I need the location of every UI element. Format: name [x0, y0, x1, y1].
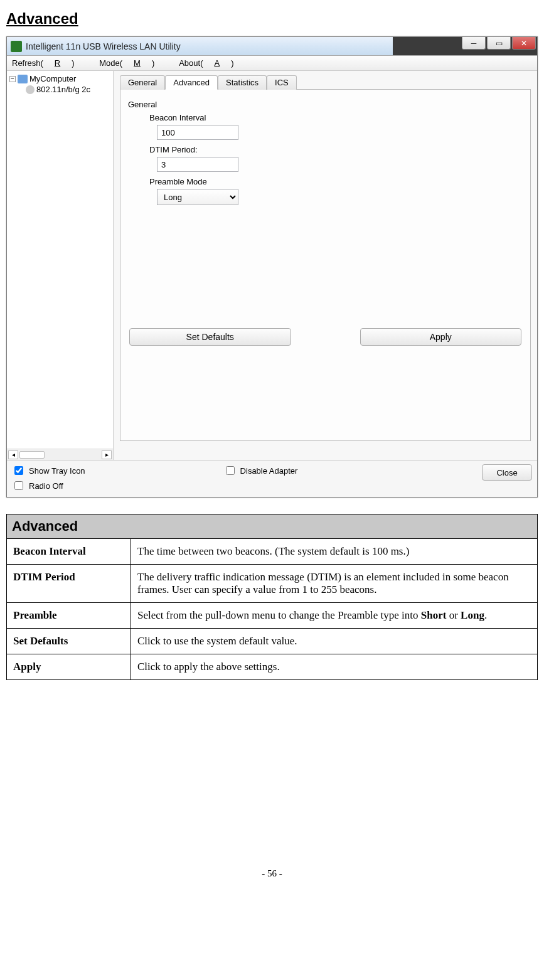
app-window: Intelligent 11n USB Wireless LAN Utility…: [6, 36, 538, 498]
menu-about-suffix: ): [231, 58, 233, 68]
table-row: Set DefaultsClick to use the system defa…: [7, 629, 538, 654]
table-value: Click to apply the above settings.: [131, 654, 538, 680]
menu-refresh-key: R: [55, 58, 60, 68]
table-value: The delivery traffic indication message …: [131, 565, 538, 603]
table-key: Set Defaults: [7, 629, 131, 654]
beacon-input[interactable]: [157, 125, 238, 140]
table-value: The time between two beacons. (The syste…: [131, 539, 538, 565]
page-number: - 56 -: [6, 868, 538, 879]
table-title: Advanced: [7, 514, 538, 539]
radio-off-label: Radio Off: [29, 481, 63, 491]
scroll-right-icon[interactable]: ▸: [102, 450, 112, 459]
tree-collapse-icon[interactable]: −: [9, 76, 16, 82]
titlebar-controls: ─ ▭ ✕: [393, 37, 537, 55]
table-value: Select from the pull-down menu to change…: [131, 603, 538, 629]
tree-panel: − MyComputer 802.11n/b/g 2c ◂ ▸: [7, 71, 114, 460]
menu-mode-label: Mode(: [99, 58, 122, 68]
menu-about-key: A: [214, 58, 220, 68]
window-title: Intelligent 11n USB Wireless LAN Utility: [26, 41, 181, 51]
network-icon: [26, 85, 35, 94]
check-col-mid: Disable Adapter: [223, 464, 298, 477]
menu-mode-key: M: [134, 58, 141, 68]
dtim-label: DTIM Period:: [149, 145, 523, 154]
dtim-input[interactable]: [157, 157, 238, 172]
body-area: − MyComputer 802.11n/b/g 2c ◂ ▸ General …: [7, 71, 537, 460]
show-tray-check[interactable]: Show Tray Icon: [12, 464, 85, 477]
preamble-label: Preamble Mode: [149, 177, 523, 186]
tree-child-label: 802.11n/b/g 2c: [36, 85, 90, 94]
table-value: Click to use the system default value.: [131, 629, 538, 654]
beacon-label: Beacon Interval: [149, 113, 523, 122]
menubar: Refresh(R) Mode(M) About(A): [7, 56, 537, 71]
table-row: Beacon IntervalThe time between two beac…: [7, 539, 538, 565]
description-table: Advanced Beacon IntervalThe time between…: [6, 514, 538, 680]
set-defaults-button[interactable]: Set Defaults: [129, 328, 291, 346]
tab-general[interactable]: General: [120, 75, 165, 90]
menu-refresh-label: Refresh(: [12, 58, 43, 68]
check-col-left: Show Tray Icon Radio Off: [12, 464, 85, 492]
apply-button[interactable]: Apply: [360, 328, 522, 346]
tab-statistics[interactable]: Statistics: [218, 75, 267, 90]
tab-content: General Beacon Interval DTIM Period: Pre…: [120, 90, 531, 441]
preamble-field: Preamble Mode Long: [149, 177, 523, 205]
app-icon: [11, 41, 22, 52]
disable-adapter-label: Disable Adapter: [240, 466, 298, 476]
menu-mode[interactable]: Mode(M): [99, 58, 166, 68]
tree-root-label: MyComputer: [29, 74, 76, 83]
tabbar: General Advanced Statistics ICS: [120, 75, 531, 90]
preamble-select[interactable]: Long: [157, 189, 238, 205]
table-row: ApplyClick to apply the above settings.: [7, 654, 538, 680]
menu-mode-suffix: ): [152, 58, 154, 68]
table-row: DTIM PeriodThe delivery traffic indicati…: [7, 565, 538, 603]
scroll-left-icon[interactable]: ◂: [8, 450, 18, 459]
table-key: Apply: [7, 654, 131, 680]
table-key: Preamble: [7, 603, 131, 629]
group-label: General: [128, 100, 523, 109]
table-key: DTIM Period: [7, 565, 131, 603]
beacon-field: Beacon Interval: [149, 113, 523, 140]
dtim-field: DTIM Period:: [149, 145, 523, 172]
button-row: Set Defaults Apply: [128, 328, 523, 346]
page-heading: Advanced: [6, 10, 538, 28]
computer-icon: [18, 75, 28, 83]
scroll-thumb[interactable]: [19, 451, 45, 459]
minimize-button[interactable]: ─: [462, 37, 486, 50]
table-key: Beacon Interval: [7, 539, 131, 565]
disable-adapter-check[interactable]: Disable Adapter: [223, 464, 298, 477]
disable-adapter-checkbox[interactable]: [226, 466, 235, 475]
table-row: PreambleSelect from the pull-down menu t…: [7, 603, 538, 629]
tab-ics[interactable]: ICS: [267, 75, 297, 90]
menu-refresh[interactable]: Refresh(R): [12, 58, 86, 68]
menu-refresh-suffix: ): [72, 58, 74, 68]
tree-root-row[interactable]: − MyComputer: [8, 73, 112, 84]
show-tray-label: Show Tray Icon: [29, 466, 85, 476]
tab-advanced[interactable]: Advanced: [165, 75, 218, 90]
tree-scrollbar[interactable]: ◂ ▸: [7, 449, 113, 460]
radio-off-checkbox[interactable]: [14, 481, 23, 490]
titlebar: Intelligent 11n USB Wireless LAN Utility…: [7, 37, 537, 56]
menu-about-label: About(: [179, 58, 203, 68]
show-tray-checkbox[interactable]: [14, 466, 23, 475]
close-button[interactable]: Close: [482, 464, 532, 481]
radio-off-check[interactable]: Radio Off: [12, 479, 85, 492]
main-panel: General Advanced Statistics ICS General …: [114, 71, 537, 460]
menu-about[interactable]: About(A): [179, 58, 245, 68]
maximize-button[interactable]: ▭: [487, 37, 511, 50]
close-window-button[interactable]: ✕: [512, 37, 536, 50]
bottom-bar: Show Tray Icon Radio Off Disable Adapter…: [7, 460, 537, 497]
tree-child-row[interactable]: 802.11n/b/g 2c: [24, 84, 112, 95]
